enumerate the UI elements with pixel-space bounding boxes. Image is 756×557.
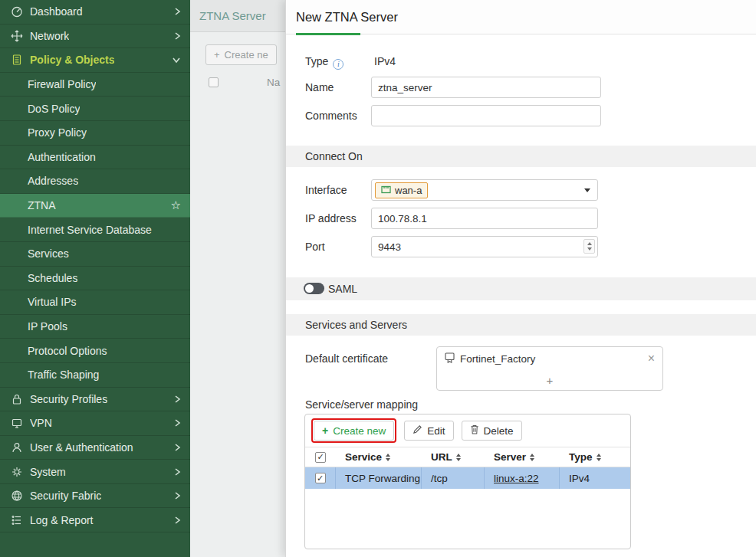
star-icon[interactable]: ☆ [171,198,181,212]
chevron-right-icon [174,395,181,404]
sidebar-item-services[interactable]: Services [0,242,190,267]
port-label: Port [305,236,325,257]
sidebar-item-dashboard[interactable]: Dashboard [0,0,190,25]
sidebar: Dashboard Network Policy & Objects Firew… [0,0,190,557]
close-icon[interactable]: × [648,352,655,365]
panel-title: New ZTNA Server [296,10,398,25]
lock-icon [9,393,25,405]
plus-icon: + [214,49,220,61]
name-label: Name [305,77,334,98]
cell-server: linux-a:22 [485,467,560,489]
edit-button[interactable]: Edit [404,421,453,441]
annotation-highlight-box: + Create new [311,418,396,443]
port-stepper[interactable] [583,239,595,254]
sort-icon[interactable] [530,454,534,461]
ip-address-label: IP address [305,208,357,229]
sidebar-item-authentication[interactable]: Authentication [0,146,190,170]
sidebar-item-virtual-ips[interactable]: Virtual IPs [0,290,190,315]
monitor-icon [9,417,25,429]
active-tab-underline [296,33,360,35]
sidebar-item-traffic-shaping[interactable]: Traffic Shaping [0,363,190,388]
server-link[interactable]: linux-a:22 [494,473,539,484]
comments-input[interactable] [371,105,601,126]
sidebar-item-system[interactable]: System [0,460,190,484]
type-value: IPv4 [374,53,396,70]
user-icon [9,441,25,454]
chevron-right-icon [174,516,181,525]
sidebar-item-network[interactable]: Network [0,25,190,49]
saml-toggle[interactable] [304,283,324,294]
certificate-icon [445,352,455,365]
sidebar-item-proxy-policy[interactable]: Proxy Policy [0,121,190,146]
chevron-right-icon [174,491,181,500]
sidebar-item-dos-policy[interactable]: DoS Policy [0,97,190,121]
sidebar-item-log-report[interactable]: Log & Report [0,508,190,532]
sidebar-item-policy-objects[interactable]: Policy & Objects [0,48,190,73]
default-certificate-label: Default certificate [305,349,388,369]
background-page: ZTNA Server + Create ne Na [190,0,285,557]
interface-dropdown[interactable]: wan-a [371,179,598,201]
fortigate-screen: Dashboard Network Policy & Objects Firew… [0,0,756,557]
toggle-knob [305,284,314,293]
table-toolbar: + Create new Edit Delete [305,414,630,447]
column-header-type[interactable]: Type [560,451,615,463]
service-server-mapping-label: Service/server mapping [305,395,418,414]
sort-icon[interactable] [386,454,390,461]
network-icon [9,30,25,42]
background-create-new-button[interactable]: + Create ne [205,44,277,65]
sidebar-item-addresses[interactable]: Addresses [0,169,190,194]
chevron-right-icon [174,7,181,16]
ip-address-input[interactable] [371,208,598,229]
sidebar-item-security-fabric[interactable]: Security Fabric [0,484,190,509]
chevron-right-icon [174,31,181,41]
sidebar-item-security-profiles[interactable]: Security Profiles [0,388,190,412]
interface-tag[interactable]: wan-a [375,182,428,198]
name-input[interactable] [371,77,601,98]
add-certificate-button[interactable]: + [437,370,662,390]
comments-label: Comments [305,105,357,126]
sidebar-item-label: Dashboard [30,5,83,18]
sidebar-item-schedules[interactable]: Schedules [0,267,190,291]
interface-label: Interface [305,179,347,201]
background-select-all-checkbox[interactable] [209,77,219,87]
stepper-down-icon [587,247,592,251]
new-ztna-server-panel: New ZTNA Server Typei IPv4 Name Comments… [285,0,756,557]
sidebar-item-internet-service-database[interactable]: Internet Service Database [0,218,190,242]
info-icon[interactable]: i [333,59,343,70]
default-certificate-box: Fortinet_Factory × + [436,346,663,391]
sidebar-item-ip-pools[interactable]: IP Pools [0,315,190,339]
policy-objects-icon [9,54,25,66]
page-tab-bar: ZTNA Server [190,0,285,32]
chevron-right-icon [174,443,181,452]
table-row[interactable]: ✓ TCP Forwarding /tcp linux-a:22 IPv4 [305,467,630,489]
column-header-url[interactable]: URL [422,451,485,463]
service-server-mapping-table: + Create new Edit Delete [304,414,631,549]
select-all-checkbox[interactable]: ✓ [315,452,326,463]
sidebar-item-label: Policy & Objects [30,54,114,66]
row-checkbox[interactable]: ✓ [315,473,326,483]
create-new-button[interactable]: + Create new [314,421,394,441]
sidebar-item-ztna[interactable]: ZTNA ☆ [0,194,190,218]
plus-icon: + [322,424,328,437]
certificate-entry[interactable]: Fortinet_Factory × [437,347,662,370]
dashboard-icon [9,5,25,18]
gear-icon [9,466,25,478]
sidebar-item-firewall-policy[interactable]: Firewall Policy [0,73,190,97]
pencil-icon [413,424,422,437]
port-input[interactable] [371,236,598,257]
delete-button[interactable]: Delete [462,421,522,441]
cell-url: /tcp [422,467,485,489]
sort-icon[interactable] [456,454,461,461]
sidebar-item-user-authentication[interactable]: User & Authentication [0,436,190,460]
sidebar-item-vpn[interactable]: VPN [0,411,190,436]
type-label: Typei [305,53,343,70]
column-header-service[interactable]: Service [336,451,422,463]
report-icon [9,514,25,526]
sort-icon[interactable] [597,454,601,461]
column-header-server[interactable]: Server [485,451,560,463]
sidebar-item-protocol-options[interactable]: Protocol Options [0,339,190,363]
security-fabric-icon [9,490,25,502]
tab-ztna-server[interactable]: ZTNA Server [199,9,266,22]
background-column-header: Na [267,77,280,88]
saml-row: SAML [286,277,756,300]
